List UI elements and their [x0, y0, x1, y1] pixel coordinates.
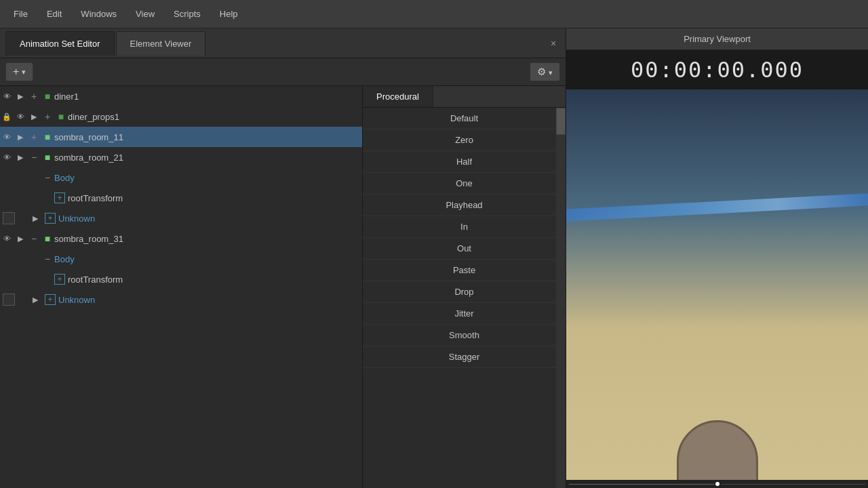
add-button[interactable]: + ▾: [5, 62, 33, 81]
prop-stagger[interactable]: Stagger: [363, 346, 566, 368]
item-label-sombra-room-31: sombra_room_31: [54, 234, 123, 244]
tree-item-body2[interactable]: ▶ − Body: [0, 249, 362, 269]
tree-item-sombra-room-21[interactable]: 👁 ▶ − ■ sombra_room_21: [0, 147, 362, 167]
prop-in[interactable]: In: [363, 216, 566, 238]
toolbar: + ▾ ⚙ ▾: [0, 58, 566, 86]
item-label-root-transform-1: rootTransform: [68, 193, 123, 203]
dropdown-arrow-icon: ▾: [22, 68, 26, 77]
add-child-icon[interactable]: +: [41, 110, 54, 123]
props-tab-bar: Procedural: [363, 86, 566, 108]
expand-arrow-icon[interactable]: ▶: [14, 89, 27, 103]
menu-edit[interactable]: Edit: [39, 5, 70, 23]
prop-out[interactable]: Out: [363, 238, 566, 260]
prop-one[interactable]: One: [363, 173, 566, 195]
menu-file[interactable]: File: [5, 5, 36, 23]
prop-playhead[interactable]: Playhead: [363, 195, 566, 216]
checkbox-2[interactable]: [3, 293, 15, 306]
viewport-timecode: 00:00:00.000: [566, 50, 868, 89]
prop-half[interactable]: Half: [363, 151, 566, 173]
viewport-canvas: [566, 89, 868, 488]
left-panel: Animation Set Editor Element Viewer × + …: [0, 28, 566, 488]
collapse-icon[interactable]: −: [41, 252, 54, 266]
object-cube-icon: ■: [41, 89, 54, 103]
tab-bar: Animation Set Editor Element Viewer ×: [0, 28, 566, 58]
item-label-sombra-room-21: sombra_room_21: [54, 152, 123, 163]
expand-arrow-icon[interactable]: ▶: [28, 211, 42, 225]
tree-item-sombra-room-31[interactable]: 👁 ▶ − ■ sombra_room_31: [0, 228, 362, 249]
tree-item-sombra-room-11[interactable]: 👁 ▶ + ■ sombra_room_11: [0, 127, 362, 147]
menu-view[interactable]: View: [127, 5, 163, 23]
tab-animation-set-editor[interactable]: Animation Set Editor: [5, 31, 115, 56]
tree-item-diner1[interactable]: 👁 ▶ + ■ diner1: [0, 86, 362, 106]
object-cube-icon: ■: [41, 130, 54, 144]
tree-item-root-transform-2[interactable]: + rootTransform: [0, 269, 362, 289]
object-cube-icon: ■: [41, 232, 54, 245]
expand-arrow-icon[interactable]: ▶: [14, 232, 27, 245]
menu-windows[interactable]: Windows: [73, 5, 125, 23]
right-panel: Primary Viewport 00:00:00.000: [566, 28, 868, 488]
prop-default[interactable]: Default: [363, 108, 566, 129]
add-child-icon[interactable]: +: [54, 274, 65, 285]
expand-arrow-icon[interactable]: ▶: [27, 110, 41, 123]
tree-item-body1[interactable]: ▶ − Body: [0, 167, 362, 188]
menu-scripts[interactable]: Scripts: [165, 5, 209, 23]
checkbox-1[interactable]: [3, 212, 15, 224]
viewport-header: Primary Viewport: [566, 28, 868, 50]
expand-arrow-icon[interactable]: ▶: [14, 150, 27, 164]
collapse-icon[interactable]: −: [27, 232, 41, 245]
collapse-icon[interactable]: −: [27, 150, 41, 164]
eye-icon[interactable]: 👁: [0, 89, 14, 103]
prop-zero[interactable]: Zero: [363, 129, 566, 151]
add-child-icon[interactable]: +: [27, 89, 41, 103]
lock-icon[interactable]: 🔒: [0, 110, 14, 123]
tree-panel: 👁 ▶ + ■ diner1 🔒 👁 ▶ + ■ diner_props1: [0, 86, 363, 488]
item-label-body2: Body: [54, 254, 75, 264]
tab-element-viewer[interactable]: Element Viewer: [116, 31, 206, 56]
props-list: Default Zero Half One Playhead In Out Pa…: [363, 108, 566, 488]
add-child-icon[interactable]: +: [45, 213, 56, 224]
eye-icon[interactable]: 👁: [0, 130, 14, 144]
item-label-diner-props1: diner_props1: [68, 112, 119, 122]
item-label-sombra-room-11: sombra_room_11: [54, 132, 123, 142]
tree-item-diner-props1[interactable]: 🔒 👁 ▶ + ■ diner_props1: [0, 106, 362, 127]
main-area: Animation Set Editor Element Viewer × + …: [0, 28, 868, 488]
scene-arch-decoration: [677, 420, 758, 488]
add-child-icon[interactable]: +: [45, 294, 56, 305]
item-label-unknown1: Unknown: [58, 214, 95, 224]
timeline-line-right: [721, 484, 866, 485]
object-cube-icon: ■: [41, 150, 54, 164]
eye-icon[interactable]: 👁: [0, 232, 14, 245]
gear-icon: ⚙: [537, 66, 546, 77]
object-cube-icon: ■: [54, 110, 68, 123]
expand-arrow-icon[interactable]: ▶: [14, 130, 27, 144]
item-label-body1: Body: [54, 173, 75, 183]
item-label-diner1: diner1: [54, 92, 79, 102]
tab-procedural[interactable]: Procedural: [363, 86, 433, 107]
viewport-scene: [566, 89, 868, 488]
eye-icon[interactable]: 👁: [14, 110, 27, 123]
item-label-root-transform-2: rootTransform: [68, 274, 123, 285]
item-label-unknown2: Unknown: [58, 295, 95, 305]
collapse-icon[interactable]: −: [41, 171, 54, 184]
timeline-bar: [566, 480, 868, 488]
add-child-icon[interactable]: +: [27, 130, 41, 144]
tree-item-root-transform-1[interactable]: + rootTransform: [0, 188, 362, 208]
prop-smooth[interactable]: Smooth: [363, 325, 566, 346]
scrollbar-track: [556, 108, 566, 488]
prop-jitter[interactable]: Jitter: [363, 303, 566, 325]
eye-icon[interactable]: 👁: [0, 150, 14, 164]
settings-gear-button[interactable]: ⚙ ▾: [530, 62, 560, 81]
viewport-title: Primary Viewport: [684, 34, 751, 44]
expand-arrow-icon[interactable]: ▶: [28, 293, 42, 306]
playhead-marker: [715, 482, 719, 486]
scene-stripe-decoration: [566, 193, 868, 221]
plus-icon: +: [13, 66, 19, 78]
prop-paste[interactable]: Paste: [363, 260, 566, 281]
timecode-display: 00:00:00.000: [631, 57, 804, 83]
menubar: File Edit Windows View Scripts Help: [0, 0, 868, 28]
close-tab-button[interactable]: ×: [547, 37, 560, 50]
prop-drop[interactable]: Drop: [363, 281, 566, 303]
scrollbar-thumb[interactable]: [556, 108, 566, 135]
add-child-icon[interactable]: +: [54, 192, 65, 203]
menu-help[interactable]: Help: [212, 5, 246, 23]
